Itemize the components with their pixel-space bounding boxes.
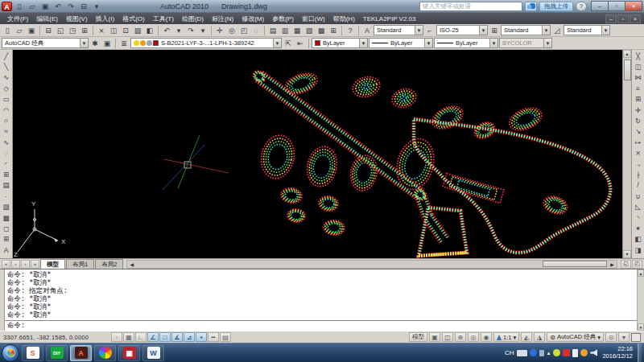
menu-m[interactable]: 修改(M): [237, 14, 268, 23]
make-block-icon[interactable]: ▤: [1, 180, 12, 191]
scroll-down-icon[interactable]: ▼: [638, 323, 644, 331]
table-icon[interactable]: ⊞: [1, 234, 12, 245]
annotation-autoscale-icon[interactable]: ◮: [534, 332, 545, 342]
steeringwheel-icon[interactable]: ◉: [481, 332, 492, 342]
gradient-icon[interactable]: ▩: [1, 212, 12, 223]
model-space-button[interactable]: 模型: [409, 332, 427, 342]
doc-close-button[interactable]: ×: [630, 14, 641, 23]
polygon-icon[interactable]: ◇: [1, 83, 12, 93]
revcloud-icon[interactable]: ≈: [1, 126, 12, 137]
hatch-icon[interactable]: ▨: [1, 201, 12, 212]
redo-arrow-icon[interactable]: ▾: [197, 25, 208, 36]
plot-button[interactable]: ⊟: [78, 1, 89, 11]
menu-h[interactable]: 帮助(H): [329, 14, 359, 23]
qnew-icon[interactable]: ▯: [2, 25, 13, 36]
redo-button[interactable]: ↷: [65, 1, 76, 11]
dyn-toggle[interactable]: +: [196, 332, 207, 342]
scale-icon[interactable]: ↘: [633, 126, 644, 137]
taskbar-app-comms[interactable]: ▣: [118, 345, 140, 361]
prev-tab-icon[interactable]: ‹: [11, 260, 20, 269]
block-editor-icon[interactable]: ◧: [144, 25, 155, 36]
open-button[interactable]: ▱: [27, 1, 38, 11]
keyboard-icon[interactable]: [517, 350, 527, 356]
scroll-left-icon[interactable]: ◀: [127, 261, 136, 268]
workspace-settings-icon[interactable]: ✱: [89, 38, 101, 49]
ellipse-icon[interactable]: ◌: [1, 148, 12, 158]
pan-icon[interactable]: ✛: [214, 25, 225, 36]
layer-freeze-icon[interactable]: [140, 40, 146, 46]
undo-icon[interactable]: ↶: [161, 25, 172, 36]
paste-icon[interactable]: ⊡: [120, 25, 131, 36]
chevron-down-icon[interactable]: ▼: [273, 39, 281, 47]
plot-icon[interactable]: ⊟: [43, 25, 54, 36]
tool-palettes-icon[interactable]: ▦: [291, 25, 303, 36]
table-style-icon[interactable]: ⊞: [489, 25, 500, 36]
layer-properties-icon[interactable]: ≣: [118, 38, 130, 49]
doc-restore-button[interactable]: ▫: [617, 14, 629, 23]
status-menu-icon[interactable]: ▾: [618, 332, 630, 342]
layer-lock-icon[interactable]: [147, 40, 152, 46]
dim-style-icon[interactable]: ⌐: [424, 25, 436, 36]
circle-icon[interactable]: ○: [1, 115, 12, 125]
annotation-visibility-icon[interactable]: ◭: [521, 332, 532, 342]
help-button[interactable]: ?: [576, 2, 587, 11]
command-scrollbar[interactable]: ▲ ▼: [637, 269, 644, 331]
insert-block-icon[interactable]: ⊞: [1, 169, 12, 179]
vertical-scrollbar[interactable]: ▲ ▼: [622, 50, 631, 258]
menu-n[interactable]: 标注(N): [208, 14, 237, 23]
lineweight-select[interactable]: ByLayer▼: [434, 38, 498, 48]
chamfer-icon[interactable]: ◺: [633, 201, 644, 212]
show-desktop-button[interactable]: [638, 343, 642, 362]
copy-clip-icon[interactable]: ◫: [108, 25, 119, 36]
menu-i[interactable]: 插入(I): [92, 14, 119, 23]
quickcalc-icon[interactable]: ⊞: [328, 25, 339, 36]
polyline-icon[interactable]: ∿: [1, 72, 12, 83]
battery-icon[interactable]: [572, 349, 578, 357]
tray-expand-icon[interactable]: ▲: [547, 351, 551, 356]
help-icon[interactable]: ?: [345, 25, 356, 36]
workspace-save-icon[interactable]: ▣: [101, 38, 113, 49]
make-object-layer-current-icon[interactable]: ⇱: [283, 38, 294, 49]
vertical-scroll-thumb[interactable]: [624, 60, 631, 80]
match-properties-icon[interactable]: ▨: [132, 25, 143, 36]
workspace-switch-button[interactable]: ⚙AutoCAD 经典▾: [547, 332, 604, 342]
bring-to-front-icon[interactable]: ◧: [633, 234, 644, 245]
zoom-window-icon[interactable]: ◰: [238, 25, 250, 36]
arc-icon[interactable]: ◠: [1, 105, 12, 115]
ellipse-arc-icon[interactable]: ◜: [1, 158, 12, 169]
messenger-icon[interactable]: [530, 349, 537, 356]
chevron-down-icon[interactable]: ▼: [542, 26, 550, 35]
zoom-previous-icon[interactable]: ◌: [250, 25, 262, 36]
point-icon[interactable]: ·: [1, 191, 12, 201]
annotation-scale-button[interactable]: 1:1▾: [493, 332, 519, 342]
designcenter-icon[interactable]: ▥: [279, 25, 291, 36]
close-button[interactable]: ×: [625, 1, 642, 11]
move-icon[interactable]: ✛: [633, 105, 644, 115]
scroll-down-icon[interactable]: ▼: [623, 250, 631, 258]
minimize-button[interactable]: –: [591, 1, 609, 11]
drawing-viewport[interactable]: YXZ: [13, 50, 622, 258]
markup-icon[interactable]: ▩: [316, 25, 327, 36]
horizontal-scroll-thumb[interactable]: [543, 261, 607, 267]
plot-preview-icon[interactable]: ◱: [55, 25, 66, 36]
ducs-toggle[interactable]: ⊿: [184, 332, 195, 342]
ortho-toggle[interactable]: ∟: [135, 332, 147, 342]
menu-o[interactable]: 格式(O): [118, 14, 149, 23]
explode-icon[interactable]: ✶: [633, 223, 644, 233]
qp-toggle[interactable]: ▤: [220, 332, 231, 342]
taskbar-app-s[interactable]: S: [22, 345, 43, 361]
menu-w[interactable]: 窗口(W): [298, 14, 329, 23]
workspace-select[interactable]: AutoCAD 经典▼: [2, 38, 89, 48]
language-indicator[interactable]: CH: [505, 349, 514, 356]
snap-toggle[interactable]: ▫: [111, 332, 122, 342]
rotate-icon[interactable]: ↻: [633, 115, 644, 125]
properties-icon[interactable]: ▤: [267, 25, 279, 36]
dim-style-select[interactable]: ISO-25▼: [436, 25, 488, 35]
drag-upload-button[interactable]: 拖拽上传: [539, 2, 573, 11]
autocad-logo-icon[interactable]: A: [2, 2, 12, 11]
fillet-icon[interactable]: ◝: [633, 212, 644, 223]
cut-icon[interactable]: ⨯: [96, 25, 107, 36]
maximize-viewport-icon[interactable]: ◱: [621, 260, 631, 269]
grid-toggle[interactable]: ▦: [123, 332, 134, 342]
chevron-down-icon[interactable]: ▼: [80, 39, 88, 47]
